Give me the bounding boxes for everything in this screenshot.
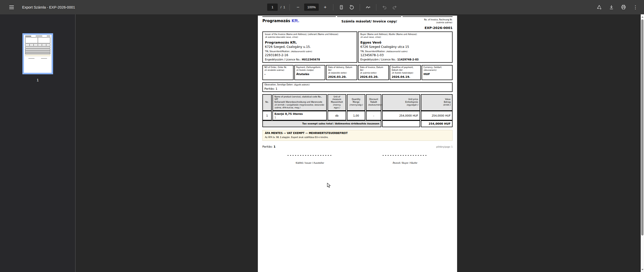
- buyer-tin: 12345678-1-03: [360, 53, 450, 57]
- more-options-button[interactable]: ⋮: [631, 3, 639, 11]
- issuer-tin: 22931803-2-16: [265, 53, 355, 57]
- buyer-block: Buyer (Name and Address), Käufer (Name u…: [358, 31, 453, 63]
- print-button[interactable]: [619, 3, 627, 11]
- invoice-header: Programozás Kft. Számla másolat/ Invoice…: [262, 16, 453, 31]
- buyer-signature: Átvevő / Buyer / Käufer: [357, 155, 453, 164]
- totals-value: 254,0000 HUF: [421, 120, 453, 127]
- thumbnail-sidebar: 1: [0, 14, 75, 272]
- document-title: Export Számla - EXP-2026-0001: [22, 5, 75, 9]
- payment-method-cell: Payment, Zahlungsform: (A fizetés módja)…: [294, 65, 326, 80]
- issuer-licence-no: HU12345678: [302, 58, 320, 61]
- vertical-scrollbar[interactable]: [641, 14, 644, 272]
- order-info-table: NO of Order, Order Nr. (A rendelés száma…: [262, 65, 453, 80]
- pdf-viewer-window: Export Számla - EXP-2026-0001 1 / 1 − 10…: [0, 0, 644, 272]
- item-row: 1 Ezerjó 0,75 literes 1 db 1,00 - 254,00…: [262, 111, 453, 120]
- issuer-signature-line: [288, 155, 332, 156]
- annotate-icon: [366, 5, 371, 10]
- invoice-title: Számla másolat/ Invoice copy/: [337, 16, 401, 31]
- items-table: No. Name of product (service), statistic…: [262, 94, 453, 127]
- order-number-cell: NO of Order, Order Nr. (A rendelés száma…: [262, 65, 294, 80]
- rotate-icon: [349, 5, 354, 10]
- print-icon: [621, 5, 626, 10]
- toolbar-divider: [360, 4, 360, 11]
- currency-cell: Currency, Geldart: (devizanem): HUF: [422, 65, 453, 80]
- annotate-button[interactable]: [364, 3, 372, 11]
- download-button[interactable]: [607, 3, 615, 11]
- undo-button[interactable]: [380, 3, 388, 11]
- page-number-input[interactable]: 1: [267, 4, 278, 11]
- observation-box: Obsevation, Sonstige Daten: (Egyéb adato…: [262, 82, 453, 92]
- buyer-licence-no: 11429748-2-03: [397, 58, 419, 61]
- issuer-block: Issuer of the Invoice (Name and Address)…: [262, 31, 357, 63]
- thumbnail-page-number: 1: [22, 78, 53, 82]
- parties-table: Issuer of the Invoice (Name and Address)…: [262, 31, 453, 63]
- invoice-number: EXP-2026-0001: [403, 26, 453, 30]
- signature-area: Kiállító / Issuer / Aussteller Átvevő / …: [262, 155, 453, 164]
- thumbnail-preview: [24, 35, 52, 73]
- toolbar-divider: [333, 4, 333, 11]
- payment-deadline-cell: Deadline of payment, Datum der: (A fizet…: [390, 65, 421, 80]
- vat-exempt-notice: ÁFA MENTES — VAT EXEMPT — MEHRWERTSTEUER…: [262, 130, 453, 141]
- redo-button[interactable]: [391, 3, 399, 11]
- issuer-name: Programozás Kft.: [265, 41, 355, 44]
- buyer-name: Egyes Vevő: [360, 41, 450, 44]
- company-name: Programozás Kft.: [262, 16, 336, 31]
- toolbar-divider: [376, 4, 376, 11]
- issuer-address: 6726 Szeged, Csalogány u.15.: [265, 45, 355, 49]
- product-name-header: Name of product (service), statistical c…: [272, 94, 327, 111]
- totals-empty-cell: [382, 120, 420, 127]
- buyer-address: 6726 Szeged Csalogány utca 15: [360, 45, 450, 49]
- totals-row: Tax exempt sales total / Adómentes érték…: [262, 120, 453, 127]
- zoom-out-button[interactable]: −: [294, 3, 302, 11]
- menu-icon[interactable]: [7, 2, 17, 12]
- zoom-in-button[interactable]: +: [321, 3, 329, 11]
- page-thumbnail[interactable]: 1: [22, 33, 53, 82]
- copy-page-label: példány/page: 1: [436, 146, 453, 148]
- redo-icon: [392, 5, 397, 10]
- invoice-date-cell: Date of Invoice, Datum der: (A számla ke…: [358, 65, 389, 80]
- pdf-toolbar: Export Számla - EXP-2026-0001 1 / 1 − 10…: [0, 0, 644, 14]
- rotate-button[interactable]: [348, 3, 356, 11]
- zoom-level-input[interactable]: 100%: [304, 4, 319, 11]
- buyer-signature-line: [383, 155, 427, 156]
- page-count-label: / 1: [280, 5, 286, 9]
- undo-icon: [382, 5, 387, 10]
- toolbar-divider: [290, 4, 290, 11]
- items-header-row: No. Name of product (service), statistic…: [262, 94, 453, 111]
- save-to-drive-icon: [596, 5, 602, 10]
- invoice-number-block: No. of Invoice, Rechnung Nr. (számla szá…: [403, 16, 453, 31]
- download-icon: [609, 5, 614, 10]
- scrollbar-thumb[interactable]: [641, 19, 643, 235]
- fit-page-icon: [339, 5, 344, 10]
- fit-page-button[interactable]: [337, 3, 345, 11]
- scroll-down-arrow[interactable]: [641, 267, 644, 271]
- pdf-page: Programozás Kft. Számla másolat/ Invoice…: [258, 16, 457, 272]
- scroll-up-arrow[interactable]: [641, 15, 644, 19]
- save-to-drive-button[interactable]: [595, 3, 603, 11]
- observation-value: Paritás: 1: [264, 87, 451, 90]
- issuer-signature: Kiállító / Issuer / Aussteller: [262, 155, 357, 164]
- item-name-cell: Ezerjó 0,75 literes 1: [272, 111, 327, 120]
- parity-row: Paritás: 1 példány/page: 1: [262, 145, 453, 148]
- delivery-date-cell: Date of delivery, Datum der: (A teljesít…: [326, 65, 357, 80]
